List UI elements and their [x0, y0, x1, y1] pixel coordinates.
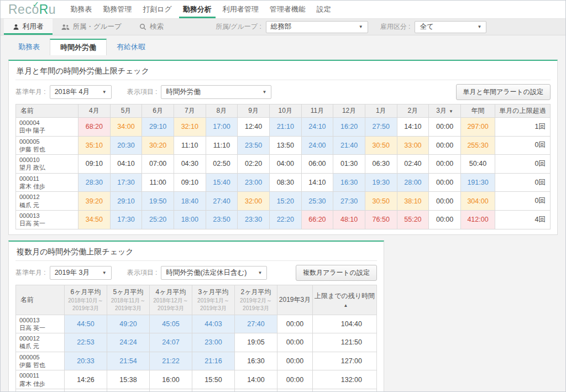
base-month-value: 2019年 3月: [55, 268, 90, 278]
month-column-header[interactable]: 6月: [142, 104, 174, 118]
nav-item-5[interactable]: 管理者機能: [266, 1, 310, 18]
excess-column-header[interactable]: 単月の上限超過: [495, 104, 551, 118]
multi-month-overtime-panel: 複数月の時間外労働上限チェック 基準年月 : 2019年 3月 ▼ 表示項目 :…: [8, 241, 384, 391]
filter-tab-0[interactable]: 利用者: [4, 19, 53, 35]
table-row: 000012橋爪 元39:2029:1019:5018:4027:4032:00…: [16, 192, 551, 211]
recoru-logo[interactable]: Reco✓Ru: [8, 1, 56, 18]
table-row: 000012橋爪 元22:5324:2424:0723:0019:0500:00…: [16, 333, 377, 352]
average-column-header[interactable]: 3ヶ月平均2019年1月～2019年3月: [192, 285, 235, 315]
time-cell: 27:30: [333, 192, 365, 211]
nav-item-3[interactable]: 勤務分析: [179, 1, 216, 18]
annual-total-cell: 255:30: [461, 136, 495, 155]
time-cell: 27:50: [365, 118, 397, 137]
month-column-header[interactable]: 11月: [301, 104, 333, 118]
employment-select[interactable]: 全て ▼: [415, 21, 486, 33]
time-cell: 28:30: [78, 173, 111, 192]
department-select[interactable]: 総務部 ▼: [266, 21, 368, 33]
employee-cell: 000005伊藤 哲也: [16, 136, 78, 155]
month-column-header[interactable]: 2月: [397, 104, 429, 118]
annual-column-header[interactable]: 年間: [461, 104, 495, 118]
content-tab-1[interactable]: 時間外労働: [50, 39, 107, 55]
employee-cell: 000011露木 佳歩: [16, 370, 65, 389]
employee-cell: 000012橋爪 元: [16, 192, 78, 211]
employee-id: 000005: [19, 353, 61, 361]
time-cell: 38:10: [397, 192, 429, 211]
employee-name: 伊藤 哲也: [19, 145, 75, 153]
employee-name: 田中 陽子: [19, 127, 75, 134]
month-column-header[interactable]: 4月: [78, 104, 111, 118]
app-window: Reco✓Ru 勤務表勤務管理打刻ログ勤務分析利用者管理管理者機能設定 利用者所…: [0, 0, 566, 392]
remaining-time-cell: 145:50: [313, 389, 377, 391]
name-column-header[interactable]: 名前: [16, 285, 65, 315]
month-column-header[interactable]: 8月: [206, 104, 238, 118]
employee-name: 露木 佳歩: [19, 380, 61, 388]
remaining-column-header[interactable]: 上限までの残り時間▲: [313, 285, 377, 315]
month-column-header[interactable]: 3月▼: [429, 104, 461, 118]
base-month-label: 基準年月 :: [15, 268, 46, 278]
employee-cell: 000013日高 英一: [16, 210, 78, 229]
average-column-header[interactable]: 4ヶ月平均2018年12月～2019年3月: [150, 285, 192, 315]
annual-total-cell: 304:00: [461, 192, 495, 211]
filter-tab-1[interactable]: 所属・グループ: [53, 19, 130, 35]
monthly-annual-alert-settings-button[interactable]: 単月と年間アラートの設定: [456, 84, 551, 100]
table2-header-row: 名前6ヶ月平均2018年10月～2019年3月5ヶ月平均2018年11月～201…: [16, 285, 377, 315]
month-column-header[interactable]: 1月: [365, 104, 397, 118]
time-cell: 23:30: [238, 210, 270, 229]
content-tab-0[interactable]: 勤務表: [8, 39, 50, 55]
average-range-to: 2019年3月: [66, 305, 106, 313]
display-item-select[interactable]: 時間外労働 ▼: [161, 85, 271, 99]
time-cell: 04:00: [269, 155, 301, 174]
nav-item-6[interactable]: 設定: [313, 1, 335, 18]
check-icon: ✓: [32, 0, 39, 8]
month-column-header[interactable]: 5月: [110, 104, 142, 118]
average-time-cell: 49:20: [107, 315, 150, 333]
time-cell: 35:10: [78, 136, 111, 155]
time-cell: 68:20: [78, 118, 111, 137]
time-cell: 02:50: [206, 155, 238, 174]
filter-tab-label: 検索: [150, 22, 164, 32]
average-time-cell: 24:07: [150, 333, 192, 352]
average-range-from: 2019年1月～: [193, 297, 233, 305]
average-column-header[interactable]: 6ヶ月平均2018年10月～2019年3月: [65, 285, 107, 315]
month-column-header[interactable]: 12月: [333, 104, 365, 118]
multi-month-overtime-table: 名前6ヶ月平均2018年10月～2019年3月5ヶ月平均2018年11月～201…: [15, 285, 377, 391]
average-time-cell: 16:30: [107, 389, 150, 391]
average-column-header[interactable]: 5ヶ月平均2018年11月～2019年3月: [107, 285, 150, 315]
excess-count-cell: 0回: [495, 173, 551, 192]
nav-item-4[interactable]: 利用者管理: [219, 1, 263, 18]
employee-name: 望月 政弘: [19, 164, 75, 171]
time-cell: 24:10: [301, 118, 333, 137]
time-cell: 00:00: [429, 118, 461, 137]
name-column-header[interactable]: 名前: [16, 104, 78, 118]
filter-tab-2[interactable]: 検索: [130, 19, 172, 35]
display-item-select[interactable]: 時間外労働(法定休日含む) ▼: [161, 266, 267, 280]
remaining-time-cell: 104:40: [313, 315, 377, 333]
month-column-header[interactable]: 10月: [269, 104, 301, 118]
table-row: 000011露木 佳歩28:3017:3011:0009:1015:4023:0…: [16, 173, 551, 192]
employee-cell: 000004田中 陽子: [16, 389, 65, 391]
time-cell: 29:10: [142, 118, 174, 137]
month-column-header[interactable]: 9月: [238, 104, 270, 118]
logo-text: Rec: [8, 3, 32, 16]
month-column-header[interactable]: 7月: [174, 104, 206, 118]
nav-item-0[interactable]: 勤務表: [66, 1, 96, 18]
time-cell: 55:20: [397, 210, 429, 229]
table1-head: 名前4月5月6月7月8月9月10月11月12月1月2月3月▼年間単月の上限超過: [16, 104, 551, 118]
nav-item-1[interactable]: 勤務管理: [99, 1, 135, 18]
current-month-column-header[interactable]: 2019年3月: [277, 285, 313, 315]
time-cell: 01:30: [333, 155, 365, 174]
average-time-cell: 21:54: [107, 352, 150, 370]
average-column-header[interactable]: 2ヶ月平均2019年2月～2019年3月: [235, 285, 277, 315]
logo-o: o✓: [32, 3, 39, 16]
excess-count-cell: 0回: [495, 136, 551, 155]
base-month-select[interactable]: 2019年 3月 ▼: [50, 266, 112, 280]
time-cell: 04:10: [110, 155, 142, 174]
excess-count-cell: 0回: [495, 155, 551, 174]
multi-month-alert-settings-button[interactable]: 複数月アラートの設定: [296, 265, 377, 281]
time-cell: 19:50: [142, 192, 174, 211]
employee-name: 伊藤 哲也: [19, 361, 61, 369]
content-tab-2[interactable]: 有給休暇: [107, 39, 155, 55]
base-month-select[interactable]: 2018年 4月 ▼: [50, 85, 112, 99]
employee-id: 000004: [19, 119, 75, 127]
nav-item-2[interactable]: 打刻ログ: [139, 1, 176, 18]
